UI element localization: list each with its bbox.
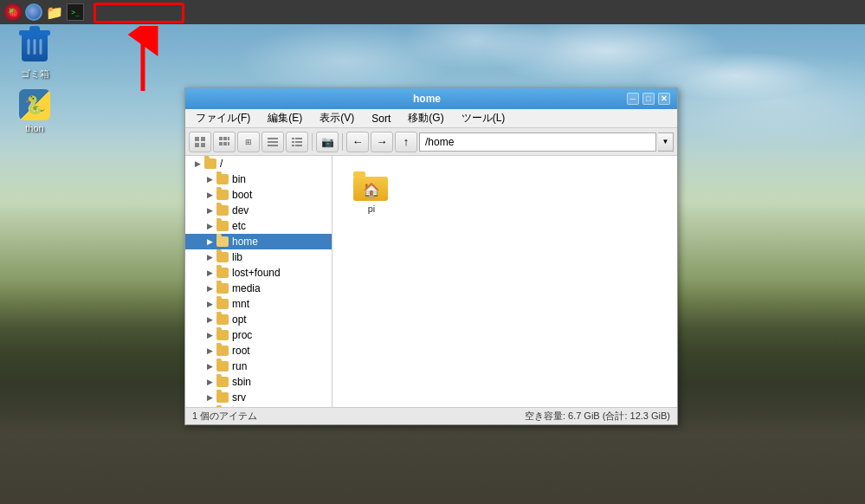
toolbar-sep-2	[342, 133, 343, 151]
svg-rect-5	[201, 143, 205, 147]
expand-icon-etc: ▶	[204, 221, 215, 231]
tree-item-root[interactable]: ▶ /	[185, 156, 332, 171]
toolbar-back[interactable]: ←	[346, 132, 369, 152]
close-button[interactable]: ✕	[658, 93, 670, 105]
folder-icon-root	[204, 158, 216, 169]
tree-item-dev[interactable]: ▶ dev	[185, 203, 332, 218]
desktop-icon-python[interactable]: 🐍 thon	[9, 89, 61, 133]
toolbar-detail-view[interactable]	[286, 132, 308, 152]
tree-label-bin: bin	[232, 173, 246, 185]
menu-file[interactable]: ファイル(F)	[190, 109, 255, 127]
tree-label-lib: lib	[232, 251, 242, 263]
window-menubar: ファイル(F) 編集(E) 表示(V) Sort 移動(G) ツール(L)	[185, 109, 677, 128]
tree-item-lost[interactable]: ▶ lost+found	[185, 265, 332, 281]
tree-label-rootdir: root	[232, 345, 250, 357]
window-titlebar[interactable]: home ─ □ ✕	[185, 88, 677, 109]
tree-item-home[interactable]: ▶ home	[185, 234, 332, 249]
toolbar-up[interactable]: ↑	[395, 132, 417, 152]
maximize-button[interactable]: □	[642, 93, 655, 105]
window-statusbar: 1 個のアイテム 空き容量: 6.7 GiB (合計: 12.3 GiB)	[185, 407, 677, 424]
files-panel[interactable]: 🏠 pi	[332, 156, 677, 407]
taskbar-raspberry-pi[interactable]: 🍓	[3, 3, 23, 22]
address-bar[interactable]: /home	[419, 132, 656, 152]
expand-icon-media: ▶	[204, 283, 215, 294]
expand-icon-boot: ▶	[204, 190, 215, 200]
svg-rect-20	[295, 145, 302, 146]
tree-item-run[interactable]: ▶ run	[185, 359, 332, 374]
svg-rect-3	[201, 137, 205, 141]
expand-icon-home: ▶	[204, 236, 215, 247]
tree-item-media[interactable]: ▶ media	[185, 281, 332, 296]
svg-rect-13	[268, 141, 278, 143]
toolbar-list-view[interactable]	[261, 132, 284, 152]
trash-handle	[29, 26, 40, 30]
tree-panel[interactable]: ▶ / ▶ bin ▶ boot ▶ dev	[185, 156, 332, 407]
pi-folder-icon: 🏠	[353, 168, 390, 201]
menu-edit[interactable]: 編集(E)	[262, 109, 307, 127]
tree-label-srv: srv	[232, 391, 246, 404]
address-dropdown[interactable]: ▼	[658, 132, 674, 152]
folder-icon-etc	[216, 221, 229, 231]
tree-item-bin[interactable]: ▶ bin	[185, 171, 332, 187]
minimize-button[interactable]: ─	[627, 93, 639, 105]
tree-label-run: run	[232, 360, 247, 372]
menu-view[interactable]: 表示(V)	[314, 109, 359, 127]
tree-item-etc[interactable]: ▶ etc	[185, 218, 332, 234]
folder-icon-lost	[216, 268, 229, 278]
expand-icon-opt: ▶	[204, 314, 215, 325]
tree-label-dev: dev	[232, 204, 249, 216]
folder-icon-boot	[216, 190, 229, 200]
desktop: 🍓 📁 >_	[0, 0, 865, 504]
tree-label-sbin: sbin	[232, 376, 251, 388]
tree-label-media: media	[232, 282, 261, 294]
trash-body	[22, 34, 48, 61]
toolbar-thumbnail-view[interactable]: ⊞	[237, 132, 260, 152]
expand-icon-run: ▶	[204, 361, 215, 372]
terminal-icon: >_	[67, 3, 84, 21]
taskbar-terminal[interactable]: >_	[66, 3, 85, 22]
tree-item-proc[interactable]: ▶ proc	[185, 327, 332, 343]
toolbar-forward[interactable]: →	[371, 132, 393, 152]
annotation-arrow	[117, 26, 169, 95]
taskbar-files[interactable]: 📁	[45, 3, 64, 22]
taskbar: 🍓 📁 >_	[0, 0, 865, 24]
svg-rect-18	[295, 141, 302, 143]
folder-icon-proc	[216, 330, 229, 340]
desktop-icon-trash[interactable]: ゴミ箱	[9, 30, 61, 81]
folder-icon-home	[216, 236, 229, 247]
globe-icon	[25, 3, 42, 21]
tree-item-sbin[interactable]: ▶ sbin	[185, 374, 332, 390]
menu-tools[interactable]: ツール(L)	[456, 109, 511, 127]
tree-label-boot: boot	[232, 189, 252, 201]
python-icon: 🐍	[19, 89, 50, 120]
tree-item-boot[interactable]: ▶ boot	[185, 187, 332, 203]
menu-sort[interactable]: Sort	[366, 111, 396, 126]
tree-item-srv[interactable]: ▶ srv	[185, 390, 332, 405]
svg-rect-6	[219, 137, 223, 140]
folder-icon-bin	[216, 174, 229, 184]
tree-item-root[interactable]: ▶ root	[185, 343, 332, 359]
tree-label-etc: etc	[232, 220, 246, 232]
tree-label-home: home	[232, 236, 258, 248]
svg-rect-15	[292, 138, 294, 139]
raspberry-pi-icon: 🍓	[4, 3, 22, 21]
toolbar-compact-view[interactable]	[213, 132, 236, 152]
folder-icon-sbin	[216, 377, 229, 387]
toolbar-icon-view[interactable]	[189, 132, 211, 152]
svg-rect-9	[219, 142, 223, 145]
home-symbol: 🏠	[363, 184, 380, 197]
svg-rect-10	[223, 142, 227, 145]
expand-icon-proc: ▶	[204, 330, 215, 340]
svg-rect-16	[295, 138, 302, 139]
tree-item-mnt[interactable]: ▶ mnt	[185, 296, 332, 312]
taskbar-browser[interactable]	[24, 3, 43, 22]
tree-item-lib[interactable]: ▶ lib	[185, 249, 332, 265]
address-text: /home	[425, 136, 454, 148]
window-title: home	[227, 93, 627, 105]
file-item-pi[interactable]: 🏠 pi	[341, 165, 402, 217]
tree-item-opt[interactable]: ▶ opt	[185, 312, 332, 327]
toolbar-screenshot[interactable]: 📷	[316, 132, 339, 152]
svg-rect-19	[292, 145, 294, 146]
menu-go[interactable]: 移動(G)	[403, 109, 449, 127]
folder-icon-rootdir	[216, 346, 229, 356]
